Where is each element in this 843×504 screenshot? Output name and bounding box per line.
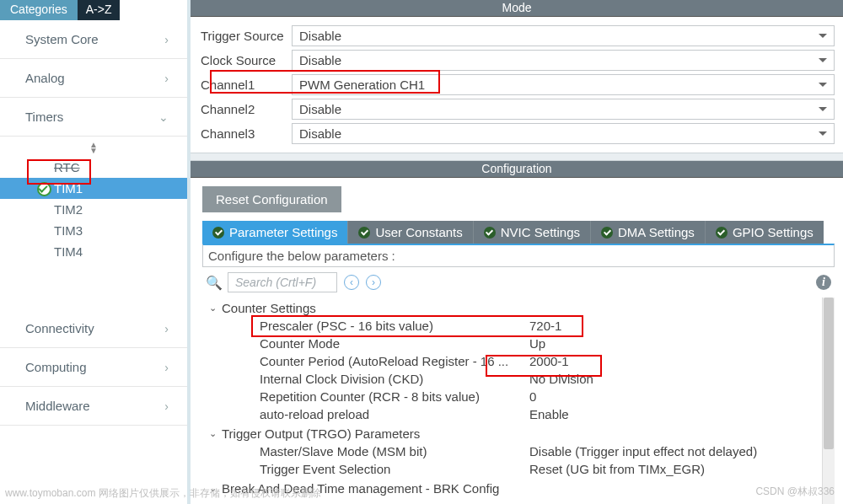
chevron-right-icon: › — [164, 72, 169, 85]
sidebar-group-connectivity[interactable]: Connectivity › — [0, 309, 187, 348]
sidebar-group-label: Middleware — [25, 399, 90, 413]
sidebar-group-label: Computing — [25, 360, 87, 374]
group-trgo-parameters[interactable]: ⌄Trigger Output (TRGO) Parameters — [209, 425, 831, 442]
mode-panel: Trigger Source Disable Clock Source Disa… — [191, 17, 843, 153]
scrollbar-thumb[interactable] — [824, 298, 834, 449]
sidebar-group-label: Timers — [25, 110, 63, 124]
caret-down-icon: ⌄ — [209, 428, 217, 439]
sidebar-group-label: Connectivity — [25, 321, 94, 335]
check-icon — [484, 227, 496, 239]
mode-row-label: Trigger Source — [201, 29, 292, 43]
sidebar-group-timers[interactable]: Timers ⌄ — [0, 98, 187, 137]
tab-az[interactable]: A->Z — [78, 0, 121, 20]
search-input[interactable]: Search (Crtl+F) — [228, 272, 337, 292]
chevron-right-icon: › — [164, 33, 169, 46]
param-row[interactable]: Trigger Event SelectionReset (UG bit fro… — [209, 460, 831, 478]
main-panel: Mode Trigger Source Disable Clock Source… — [191, 0, 843, 504]
sidebar: Categories A->Z System Core › Analog › T… — [0, 0, 191, 504]
vertical-scrollbar[interactable] — [822, 298, 835, 504]
check-icon — [601, 227, 613, 239]
chevron-right-icon: › — [164, 399, 169, 413]
chevron-down-icon: ⌄ — [158, 110, 169, 124]
chevron-right-icon: › — [164, 361, 169, 374]
mode-panel-header: Mode — [191, 0, 843, 17]
group-counter-settings[interactable]: ⌄Counter Settings — [209, 299, 831, 317]
caret-down-icon: ⌄ — [209, 483, 217, 494]
sidebar-item-tim1[interactable]: TIM1 — [0, 178, 187, 199]
clock-source-select[interactable]: Disable — [292, 50, 835, 71]
group-brk-config[interactable]: ⌄Break And Dead Time management - BRK Co… — [209, 480, 831, 497]
mode-row-label: Channel2 — [201, 102, 292, 116]
mode-row-label: Clock Source — [201, 53, 292, 67]
parameter-list: ⌄Counter Settings Prescaler (PSC - 16 bi… — [202, 298, 835, 504]
param-row[interactable]: Internal Clock Division (CKD)No Division — [209, 370, 831, 388]
channel1-select[interactable]: PWM Generation CH1 — [292, 74, 835, 95]
sidebar-item-tim4[interactable]: TIM4 — [0, 241, 187, 262]
channel2-select[interactable]: Disable — [292, 99, 835, 120]
search-icon[interactable]: 🔍 — [206, 275, 221, 291]
check-icon — [212, 227, 224, 239]
next-match-button[interactable]: › — [366, 275, 381, 290]
trigger-source-select[interactable]: Disable — [292, 25, 835, 46]
param-row[interactable]: Master/Slave Mode (MSM bit)Disable (Trig… — [209, 442, 831, 460]
sidebar-group-system-core[interactable]: System Core › — [0, 20, 187, 59]
tab-dma-settings[interactable]: DMA Settings — [590, 221, 705, 244]
tab-categories[interactable]: Categories — [0, 0, 78, 20]
sidebar-group-label: System Core — [25, 32, 99, 46]
config-toolbar: 🔍 Search (Crtl+F) ‹ › i — [202, 267, 835, 298]
prev-match-button[interactable]: ‹ — [344, 275, 359, 290]
config-panel: Reset Configuration Parameter Settings U… — [191, 178, 843, 504]
config-panel-header: Configuration — [191, 161, 843, 178]
sidebar-tabs: Categories A->Z — [0, 0, 187, 20]
caret-down-icon: ⌄ — [209, 303, 217, 314]
sidebar-group-label: Analog — [25, 71, 65, 85]
channel3-select[interactable]: Disable — [292, 123, 835, 144]
param-row[interactable]: Prescaler (PSC - 16 bits value)720-1 — [209, 317, 831, 335]
check-icon — [716, 227, 728, 239]
mode-row-label: Channel1 — [201, 78, 292, 92]
mode-row-label: Channel3 — [201, 126, 292, 141]
param-row[interactable]: Repetition Counter (RCR - 8 bits value)0 — [209, 388, 831, 405]
config-tabs: Parameter Settings User Constants NVIC S… — [202, 221, 835, 244]
tab-gpio-settings[interactable]: GPIO Settings — [705, 221, 824, 244]
tab-parameter-settings[interactable]: Parameter Settings — [202, 221, 347, 244]
timers-sublist: ▲▼ RTC TIM1 TIM2 TIM3 TIM4 — [0, 137, 187, 269]
sidebar-group-analog[interactable]: Analog › — [0, 59, 187, 98]
param-row[interactable]: Counter ModeUp — [209, 335, 831, 352]
config-hint: Configure the below parameters : — [202, 244, 835, 267]
tab-user-constants[interactable]: User Constants — [347, 221, 472, 244]
tab-nvic-settings[interactable]: NVIC Settings — [473, 221, 590, 244]
param-row[interactable]: auto-reload preloadEnable — [209, 405, 831, 423]
param-row[interactable]: Counter Period (AutoReload Register - 16… — [209, 352, 831, 370]
sidebar-item-tim2[interactable]: TIM2 — [0, 199, 187, 220]
sidebar-item-tim3[interactable]: TIM3 — [0, 220, 187, 241]
sort-updown-icon[interactable]: ▲▼ — [0, 140, 187, 157]
check-icon — [358, 227, 370, 239]
sidebar-item-rtc[interactable]: RTC — [0, 157, 187, 178]
reset-configuration-button[interactable]: Reset Configuration — [202, 186, 341, 212]
sidebar-group-computing[interactable]: Computing › — [0, 348, 187, 387]
chevron-right-icon: › — [164, 322, 169, 335]
sidebar-group-middleware[interactable]: Middleware › — [0, 387, 187, 426]
info-icon[interactable]: i — [816, 275, 831, 290]
